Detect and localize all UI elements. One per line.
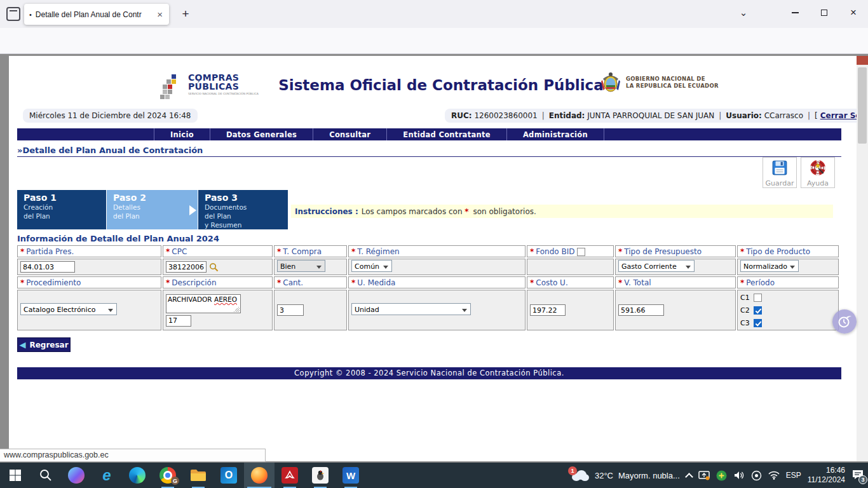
descripcion-textarea[interactable]: ARCHIVADOR AEREO [166, 294, 241, 313]
copilot-icon [68, 467, 85, 484]
tray-expand-chevron-icon[interactable] [685, 473, 693, 481]
taskbar-outlook[interactable]: O [214, 463, 244, 488]
tcompra-select[interactable]: Bien [277, 260, 325, 272]
menu-item-inicio[interactable]: Inicio [154, 128, 210, 140]
cell-tregimen: Común [348, 259, 526, 275]
descripcion-extra-input[interactable] [166, 315, 191, 327]
cell-descripcion: ARCHIVADOR AEREO [163, 290, 273, 330]
resize-grip-icon[interactable] [234, 306, 240, 312]
weather-cloud-icon: 1 [571, 470, 590, 481]
tipo-producto-select[interactable]: Normalizado [740, 260, 799, 272]
col-header-tipo-producto: *Tipo de Producto [737, 245, 839, 257]
procedimiento-select[interactable]: Catalogo Electrónico [20, 303, 117, 315]
divider [17, 156, 841, 157]
acrobat-icon [281, 467, 298, 484]
browser-scrollbar[interactable] [857, 56, 868, 461]
help-button[interactable]: Ayuda [801, 157, 835, 188]
main-menu: Inicio Datos Generales Consultar Entidad… [17, 128, 841, 140]
cant-input[interactable] [277, 304, 304, 316]
value-row-2: Catalogo Electrónico ARCHIVADOR AEREO Un… [17, 290, 839, 330]
step-1[interactable]: Paso 1 Creación del Plan [17, 190, 106, 229]
language-indicator[interactable]: ESP [786, 471, 801, 480]
recent-browsing-icon[interactable] [6, 7, 20, 21]
cpc-input[interactable] [166, 261, 207, 273]
taskbar-chrome[interactable]: G [153, 463, 183, 488]
cell-umedida: Unidad [348, 290, 526, 330]
antivirus-icon[interactable] [716, 470, 727, 481]
cell-tipo-producto: Normalizado [737, 259, 839, 275]
window-minimize-button[interactable] [780, 0, 810, 25]
taskbar-acrobat[interactable] [275, 463, 305, 488]
window-close-button[interactable]: × [839, 0, 868, 25]
outlook-icon: O [220, 467, 237, 484]
taskbar-clock[interactable]: 16:46 11/12/2024 [808, 466, 845, 485]
taskbar-search-button[interactable] [31, 463, 61, 488]
firefox-icon [251, 467, 268, 484]
save-button[interactable]: Guardar [763, 157, 797, 188]
col-header-partida: *Partida Pres. [17, 245, 161, 257]
cast-icon[interactable] [698, 470, 710, 480]
costo-input[interactable] [530, 304, 566, 316]
step-arrow-icon [189, 205, 196, 215]
cell-fondo-bid [527, 259, 614, 275]
regresar-button[interactable]: ◀ Regresar [17, 337, 71, 352]
meet-now-icon[interactable] [751, 470, 762, 481]
wifi-icon[interactable] [768, 471, 780, 480]
speaker-icon[interactable] [733, 470, 745, 480]
tipo-presupuesto-select[interactable]: Gasto Corriente [618, 260, 695, 272]
chrome-profile-badge: G [171, 477, 179, 485]
cell-tipo-presupuesto: Gasto Corriente [615, 259, 736, 275]
step-3[interactable]: Paso 3 Documentos del Plan y Resumen [198, 190, 288, 229]
menu-item-datos-generales[interactable]: Datos Generales [210, 128, 313, 140]
cell-vtotal [615, 290, 736, 330]
scrollbar-thumb[interactable] [858, 67, 867, 144]
menu-item-entidad-contratante[interactable]: Entidad Contratante [387, 128, 507, 140]
taskbar-edge[interactable] [122, 463, 153, 488]
search-icon [39, 468, 53, 482]
partida-input[interactable] [20, 261, 75, 273]
step-2-active[interactable]: Paso 2 Detalles del Plan [107, 190, 198, 229]
tab-modified-dot: • [29, 11, 32, 18]
col-header-periodo: *Período [737, 276, 839, 288]
notification-center-button[interactable]: 3 [851, 469, 864, 482]
cpc-search-icon[interactable] [209, 262, 219, 272]
status-bar-link-preview: www.compraspublicas.gob.ec [0, 449, 266, 462]
menu-item-consultar[interactable]: Consultar [313, 128, 387, 140]
word-icon: W [342, 467, 359, 484]
folder-icon [190, 468, 207, 482]
periodo-c1-checkbox[interactable] [754, 294, 762, 302]
screen-capture-overlay-button[interactable] [832, 309, 857, 334]
cell-costo [527, 290, 614, 330]
tab-list-chevron-icon[interactable]: ⌄ [735, 5, 752, 23]
umedida-select[interactable]: Unidad [351, 303, 471, 315]
new-tab-button[interactable]: + [177, 5, 194, 23]
browser-tab[interactable]: • Detalle del Plan Anual de Contr × [24, 4, 169, 25]
fondo-bid-checkbox[interactable] [577, 248, 585, 256]
periodo-c3-checkbox[interactable] [754, 319, 762, 327]
taskbar-internet-explorer[interactable]: e [92, 463, 122, 488]
col-header-tipo-presupuesto: *Tipo de Presupuesto [615, 245, 736, 257]
tab-close-icon[interactable]: × [156, 9, 164, 20]
taskbar-file-explorer[interactable] [183, 463, 214, 488]
col-header-tregimen: *T. Régimen [348, 245, 526, 257]
tregimen-select[interactable]: Común [351, 260, 392, 272]
taskbar-copilot[interactable] [61, 463, 92, 488]
taskbar-word[interactable]: W [336, 463, 366, 488]
vtotal-input[interactable] [618, 304, 664, 316]
ecuador-emblem-icon [600, 70, 621, 95]
start-button[interactable] [0, 463, 31, 488]
web-page: COMPRASPÚBLICAS SERVICIO NACIONAL DE CON… [9, 56, 857, 461]
tab-title: Detalle del Plan Anual de Contr [36, 10, 156, 19]
weather-widget[interactable]: 1 32°C Mayorm. nubla... [566, 470, 680, 481]
col-header-procedimiento: *Procedimiento [17, 276, 161, 288]
periodo-c2-checkbox[interactable] [754, 306, 762, 315]
col-header-umedida: *U. Medida [348, 276, 526, 288]
taskbar-bird-app[interactable] [305, 463, 336, 488]
header-row-2: *Procedimiento *Descripción *Cant. *U. M… [17, 276, 839, 288]
menu-item-administracion[interactable]: Administración [507, 128, 604, 140]
window-maximize-button[interactable] [810, 0, 839, 25]
section-title: Información de Detalle del Plan Anual 20… [17, 234, 219, 243]
taskbar-firefox-active[interactable] [244, 463, 275, 488]
floppy-disk-icon [771, 159, 788, 176]
scrollbar-marker[interactable] [857, 56, 868, 65]
